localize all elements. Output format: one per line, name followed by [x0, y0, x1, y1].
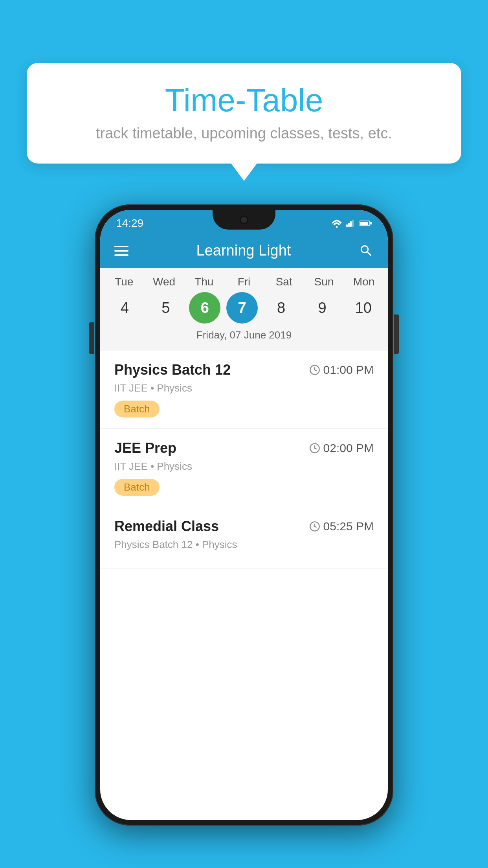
calendar-day-8[interactable]: 8 [264, 292, 299, 324]
app-title: Learning Light [196, 242, 291, 259]
day-header-mon: Mon [346, 276, 382, 288]
item-time-3: 05:25 PM [309, 520, 374, 533]
day-header-sun: Sun [306, 276, 341, 288]
item-title-2: JEE Prep [114, 440, 176, 456]
phone-outer: 14:29 [95, 204, 393, 826]
tooltip-title: Time-Table [50, 83, 438, 118]
schedule-list: Physics Batch 12 01:00 PM IIT JEE • Phys… [100, 351, 388, 568]
selected-date-label: Friday, 07 June 2019 [100, 329, 388, 347]
hamburger-menu-button[interactable] [114, 246, 128, 256]
phone-inner: 14:29 [100, 210, 388, 820]
hamburger-line-1 [114, 246, 128, 247]
day-header-wed: Wed [147, 276, 182, 288]
status-icons [331, 219, 372, 228]
tooltip-subtitle: track timetable, upcoming classes, tests… [50, 125, 438, 142]
schedule-item-3[interactable]: Remedial Class 05:25 PM Physics Batch 12… [100, 507, 388, 568]
hamburger-line-3 [114, 254, 128, 256]
camera-notch [240, 215, 248, 224]
batch-badge-1: Batch [114, 401, 160, 417]
item-time-1: 01:00 PM [309, 363, 374, 377]
svg-point-0 [336, 226, 338, 228]
calendar-day-7-selected[interactable]: 7 [226, 292, 258, 324]
tooltip-card: Time-Table track timetable, upcoming cla… [27, 63, 461, 164]
batch-badge-2: Batch [114, 479, 160, 496]
day-headers: Tue Wed Thu Fri Sat Sun Mon [100, 276, 388, 288]
item-time-2: 02:00 PM [309, 441, 374, 455]
day-header-fri: Fri [226, 276, 262, 288]
calendar-day-9[interactable]: 9 [305, 292, 340, 324]
svg-rect-6 [370, 222, 372, 224]
calendar-day-4[interactable]: 4 [107, 292, 142, 324]
calendar-strip: Tue Wed Thu Fri Sat Sun Mon 4 5 6 7 8 9 … [100, 268, 388, 351]
svg-rect-4 [352, 220, 354, 227]
app-bar: Learning Light [100, 234, 388, 268]
hamburger-line-2 [114, 250, 128, 252]
status-time: 14:29 [116, 217, 143, 230]
wifi-icon [331, 219, 342, 228]
item-time-text-3: 05:25 PM [323, 520, 374, 533]
clock-icon-3 [309, 521, 320, 532]
item-meta-2: IIT JEE • Physics [114, 460, 374, 473]
schedule-item-1[interactable]: Physics Batch 12 01:00 PM IIT JEE • Phys… [100, 351, 388, 429]
svg-rect-2 [348, 223, 350, 227]
clock-icon-2 [309, 443, 320, 454]
item-title-3: Remedial Class [114, 518, 219, 535]
svg-rect-3 [350, 221, 352, 227]
clock-icon-1 [309, 364, 320, 375]
item-header-1: Physics Batch 12 01:00 PM [114, 362, 374, 378]
day-header-thu: Thu [186, 276, 222, 288]
svg-rect-7 [360, 222, 368, 225]
day-header-tue: Tue [106, 276, 142, 288]
battery-icon [360, 219, 372, 227]
item-header-2: JEE Prep 02:00 PM [114, 440, 374, 456]
calendar-day-6-today[interactable]: 6 [189, 292, 220, 324]
item-time-text-2: 02:00 PM [323, 441, 374, 455]
item-meta-1: IIT JEE • Physics [114, 382, 374, 394]
search-button[interactable] [359, 243, 374, 258]
calendar-day-5[interactable]: 5 [148, 292, 183, 324]
signal-icon [346, 219, 356, 228]
phone-mockup: 14:29 [95, 204, 393, 826]
item-header-3: Remedial Class 05:25 PM [114, 518, 374, 535]
schedule-item-2[interactable]: JEE Prep 02:00 PM IIT JEE • Physics Batc… [100, 429, 388, 507]
day-header-sat: Sat [266, 276, 302, 288]
phone-notch [213, 210, 275, 230]
day-numbers: 4 5 6 7 8 9 10 [100, 292, 388, 324]
svg-rect-1 [346, 224, 348, 227]
item-meta-3: Physics Batch 12 • Physics [114, 539, 374, 551]
calendar-day-10[interactable]: 10 [346, 292, 381, 324]
item-time-text-1: 01:00 PM [323, 363, 374, 377]
item-title-1: Physics Batch 12 [114, 362, 231, 378]
